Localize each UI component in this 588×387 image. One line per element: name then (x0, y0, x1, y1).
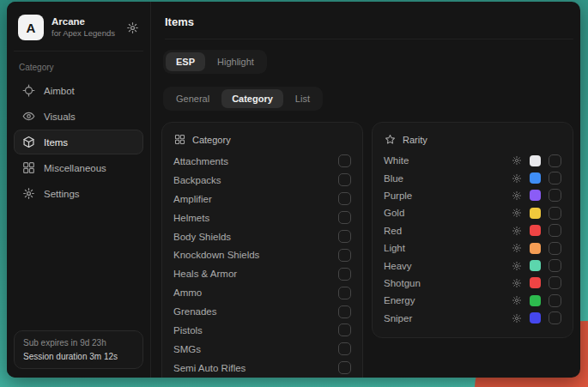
checkbox-backpacks[interactable] (338, 173, 351, 186)
rarity-settings-gear-icon[interactable] (512, 278, 522, 288)
checkbox-knockdown-shields[interactable] (338, 249, 351, 262)
crosshair-icon (22, 84, 35, 97)
category-row-smgs: SMGs (173, 340, 351, 359)
color-swatch-sniper[interactable] (530, 312, 541, 324)
checkbox-smgs[interactable] (338, 342, 351, 355)
rarity-panel: Rarity WhiteBluePurpleGoldRedLightHeavyS… (372, 122, 573, 338)
sidebar-item-miscellaneous[interactable]: Miscellaneous (14, 155, 143, 180)
rarity-row-label: White (384, 155, 409, 166)
category-row-label: Body Shields (173, 232, 231, 242)
color-swatch-white[interactable] (530, 155, 541, 166)
rarity-settings-gear-icon[interactable] (512, 313, 522, 324)
page-title: Items (165, 15, 573, 39)
session-duration: Session duration 3m 12s (23, 352, 134, 361)
rarity-row-label: Shotgun (384, 278, 421, 288)
rarity-row-heavy: Heavy (384, 257, 561, 274)
settings-gear-icon[interactable] (126, 21, 139, 34)
sidebar-item-aimbot[interactable]: Aimbot (14, 78, 143, 103)
view-tab-group: GeneralCategoryList (163, 87, 323, 111)
subscription-expiry: Sub expires in 9d 23h (23, 338, 134, 348)
checkbox-grenades[interactable] (338, 305, 351, 318)
category-row-label: Backpacks (173, 175, 221, 185)
rarity-row-label: Sniper (384, 313, 412, 324)
rarity-row-controls (512, 224, 561, 237)
color-swatch-red[interactable] (530, 225, 541, 236)
tab-general[interactable]: General (166, 89, 220, 108)
sidebar-item-label: Settings (44, 189, 80, 199)
checkbox-sniper[interactable] (549, 311, 561, 324)
checkbox-blue[interactable] (549, 172, 561, 184)
category-row-ammo: Ammo (173, 283, 351, 302)
session-info-box: Sub expires in 9d 23h Session duration 3… (14, 330, 143, 369)
checkbox-ammo[interactable] (338, 287, 351, 299)
tab-list[interactable]: List (285, 89, 320, 108)
checkbox-pistols[interactable] (338, 324, 351, 336)
sidebar-item-settings[interactable]: Settings (14, 181, 143, 206)
sidebar: A Arcane for Apex Legends Category Aimbo… (7, 2, 151, 378)
checkbox-gold[interactable] (549, 207, 561, 220)
sidebar-item-label: Miscellaneous (44, 163, 106, 173)
checkbox-white[interactable] (549, 154, 561, 167)
app-name: Arcane (52, 16, 115, 27)
color-swatch-energy[interactable] (530, 295, 541, 306)
rarity-row-sniper: Sniper (384, 310, 561, 327)
grid-icon (174, 134, 185, 145)
color-swatch-blue[interactable] (530, 172, 541, 184)
color-swatch-gold[interactable] (530, 208, 541, 219)
category-row-label: Helmets (173, 213, 209, 223)
sidebar-item-label: Visuals (44, 112, 76, 122)
sidebar-item-label: Aimbot (44, 86, 75, 96)
category-list: AttachmentsBackpacksAmplifierHelmetsBody… (173, 152, 351, 378)
category-row-amplifier: Amplifier (173, 190, 351, 209)
color-swatch-heavy[interactable] (530, 260, 541, 271)
category-row-label: Pistols (173, 325, 203, 336)
checkbox-helmets[interactable] (338, 211, 351, 224)
rarity-settings-gear-icon[interactable] (512, 261, 522, 271)
sidebar-nav: AimbotVisualsItemsMiscellaneousSettings (14, 78, 143, 207)
category-row-body-shields: Body Shields (173, 227, 351, 246)
checkbox-red[interactable] (549, 224, 561, 237)
rarity-settings-gear-icon[interactable] (512, 155, 522, 166)
rarity-settings-gear-icon[interactable] (512, 226, 522, 236)
checkbox-light[interactable] (549, 242, 561, 255)
mode-tab-group: ESPHighlight (163, 50, 267, 74)
checkbox-shotgun[interactable] (549, 276, 561, 289)
checkbox-attachments[interactable] (338, 154, 351, 167)
rarity-row-controls (512, 311, 561, 324)
color-swatch-light[interactable] (530, 243, 541, 254)
rarity-row-label: Red (384, 226, 402, 236)
rarity-settings-gear-icon[interactable] (512, 295, 522, 305)
tab-esp[interactable]: ESP (166, 52, 205, 71)
rarity-row-blue: Blue (384, 169, 561, 186)
checkbox-energy[interactable] (549, 294, 561, 307)
tab-highlight[interactable]: Highlight (207, 52, 264, 71)
rarity-row-purple: Purple (384, 187, 561, 204)
category-row-pistols: Pistols (173, 321, 351, 340)
category-row-backpacks: Backpacks (173, 171, 351, 190)
tab-category[interactable]: Category (221, 89, 283, 108)
sidebar-item-items[interactable]: Items (14, 130, 143, 154)
rarity-row-controls (512, 242, 561, 255)
checkbox-heals-armor[interactable] (338, 268, 351, 281)
color-swatch-shotgun[interactable] (530, 277, 541, 288)
star-icon (385, 134, 396, 145)
rarity-row-controls (512, 189, 561, 202)
rarity-settings-gear-icon[interactable] (512, 173, 522, 184)
rarity-row-white: White (384, 152, 561, 169)
checkbox-semi-auto-rifles[interactable] (338, 361, 351, 374)
rarity-row-label: Blue (384, 173, 403, 184)
checkbox-body-shields[interactable] (338, 230, 351, 243)
checkbox-amplifier[interactable] (338, 192, 351, 205)
sidebar-item-visuals[interactable]: Visuals (14, 104, 143, 129)
checkbox-heavy[interactable] (549, 259, 561, 272)
sidebar-item-label: Items (44, 137, 68, 148)
checkbox-purple[interactable] (549, 189, 561, 202)
rarity-row-controls (512, 259, 561, 272)
category-row-helmets: Helmets (173, 209, 351, 227)
rarity-settings-gear-icon[interactable] (512, 208, 522, 218)
color-swatch-purple[interactable] (530, 190, 541, 201)
rarity-settings-gear-icon[interactable] (512, 190, 522, 201)
sidebar-header: A Arcane for Apex Legends (14, 9, 143, 51)
rarity-settings-gear-icon[interactable] (512, 243, 522, 253)
category-row-heals-armor: Heals & Armor (173, 264, 351, 283)
